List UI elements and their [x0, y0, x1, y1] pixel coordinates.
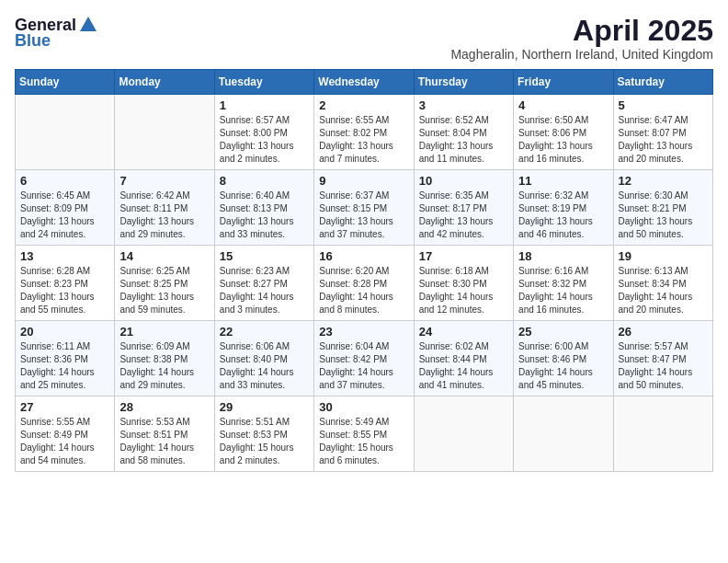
- day-info: Sunrise: 6:02 AM Sunset: 8:44 PM Dayligh…: [419, 340, 508, 392]
- day-info: Sunrise: 6:50 AM Sunset: 8:06 PM Dayligh…: [518, 114, 608, 166]
- header-sunday: Sunday: [16, 70, 115, 95]
- calendar-cell: 24Sunrise: 6:02 AM Sunset: 8:44 PM Dayli…: [414, 321, 513, 396]
- day-number: 6: [20, 174, 109, 188]
- calendar-cell: [613, 396, 712, 472]
- calendar-cell: 27Sunrise: 5:55 AM Sunset: 8:49 PM Dayli…: [16, 396, 115, 472]
- day-info: Sunrise: 6:11 AM Sunset: 8:36 PM Dayligh…: [20, 340, 109, 392]
- calendar-cell: 4Sunrise: 6:50 AM Sunset: 8:06 PM Daylig…: [514, 95, 613, 170]
- day-info: Sunrise: 6:18 AM Sunset: 8:30 PM Dayligh…: [419, 265, 508, 316]
- day-number: 3: [419, 98, 508, 112]
- calendar-cell: 10Sunrise: 6:35 AM Sunset: 8:17 PM Dayli…: [414, 170, 513, 246]
- svg-marker-0: [80, 17, 97, 31]
- day-info: Sunrise: 6:35 AM Sunset: 8:17 PM Dayligh…: [419, 190, 508, 241]
- calendar-cell: 26Sunrise: 5:57 AM Sunset: 8:47 PM Dayli…: [613, 321, 712, 396]
- calendar-cell: 3Sunrise: 6:52 AM Sunset: 8:04 PM Daylig…: [414, 95, 513, 170]
- logo-blue: Blue: [15, 31, 51, 51]
- calendar-cell: 30Sunrise: 5:49 AM Sunset: 8:55 PM Dayli…: [314, 396, 414, 472]
- day-number: 19: [619, 249, 708, 263]
- header-wednesday: Wednesday: [314, 70, 414, 95]
- calendar-header-row: SundayMondayTuesdayWednesdayThursdayFrid…: [16, 70, 713, 95]
- calendar-cell: [514, 396, 613, 472]
- day-number: 13: [20, 249, 109, 263]
- day-number: 26: [619, 325, 708, 339]
- calendar-cell: 11Sunrise: 6:32 AM Sunset: 8:19 PM Dayli…: [514, 170, 613, 246]
- day-info: Sunrise: 6:16 AM Sunset: 8:32 PM Dayligh…: [518, 265, 608, 316]
- calendar-cell: 7Sunrise: 6:42 AM Sunset: 8:11 PM Daylig…: [115, 170, 214, 246]
- logo-icon: [78, 15, 98, 35]
- day-number: 17: [419, 249, 508, 263]
- calendar-cell: 23Sunrise: 6:04 AM Sunset: 8:42 PM Dayli…: [314, 321, 414, 396]
- day-info: Sunrise: 5:49 AM Sunset: 8:55 PM Dayligh…: [319, 416, 408, 467]
- calendar-cell: 16Sunrise: 6:20 AM Sunset: 8:28 PM Dayli…: [314, 246, 414, 321]
- day-info: Sunrise: 6:04 AM Sunset: 8:42 PM Dayligh…: [319, 340, 408, 392]
- calendar-cell: 6Sunrise: 6:45 AM Sunset: 8:09 PM Daylig…: [16, 170, 115, 246]
- day-number: 5: [619, 98, 708, 112]
- calendar-cell: 22Sunrise: 6:06 AM Sunset: 8:40 PM Dayli…: [214, 321, 313, 396]
- day-info: Sunrise: 6:20 AM Sunset: 8:28 PM Dayligh…: [319, 265, 408, 316]
- day-info: Sunrise: 5:55 AM Sunset: 8:49 PM Dayligh…: [20, 416, 109, 467]
- day-info: Sunrise: 6:42 AM Sunset: 8:11 PM Dayligh…: [119, 190, 209, 241]
- day-number: 10: [419, 174, 508, 188]
- day-info: Sunrise: 5:51 AM Sunset: 8:53 PM Dayligh…: [220, 416, 309, 467]
- calendar-week-5: 27Sunrise: 5:55 AM Sunset: 8:49 PM Dayli…: [16, 396, 713, 472]
- day-info: Sunrise: 6:13 AM Sunset: 8:34 PM Dayligh…: [619, 265, 708, 316]
- day-number: 7: [119, 174, 209, 188]
- day-info: Sunrise: 6:55 AM Sunset: 8:02 PM Dayligh…: [319, 114, 408, 166]
- day-info: Sunrise: 6:09 AM Sunset: 8:38 PM Dayligh…: [119, 340, 209, 392]
- day-info: Sunrise: 6:37 AM Sunset: 8:15 PM Dayligh…: [319, 190, 408, 241]
- calendar-cell: 25Sunrise: 6:00 AM Sunset: 8:46 PM Dayli…: [514, 321, 613, 396]
- day-number: 20: [20, 325, 109, 339]
- day-info: Sunrise: 6:23 AM Sunset: 8:27 PM Dayligh…: [220, 265, 309, 316]
- day-number: 14: [119, 249, 209, 263]
- day-number: 9: [319, 174, 408, 188]
- day-number: 12: [619, 174, 708, 188]
- day-info: Sunrise: 6:06 AM Sunset: 8:40 PM Dayligh…: [220, 340, 309, 392]
- day-number: 16: [319, 249, 408, 263]
- calendar-cell: [16, 95, 115, 170]
- day-number: 21: [119, 325, 209, 339]
- calendar-cell: 29Sunrise: 5:51 AM Sunset: 8:53 PM Dayli…: [214, 396, 313, 472]
- day-number: 2: [319, 98, 408, 112]
- header-monday: Monday: [115, 70, 214, 95]
- day-number: 18: [518, 249, 608, 263]
- calendar-cell: 13Sunrise: 6:28 AM Sunset: 8:23 PM Dayli…: [16, 246, 115, 321]
- calendar-cell: 8Sunrise: 6:40 AM Sunset: 8:13 PM Daylig…: [214, 170, 313, 246]
- day-number: 28: [119, 400, 209, 414]
- calendar-cell: 9Sunrise: 6:37 AM Sunset: 8:15 PM Daylig…: [314, 170, 414, 246]
- day-info: Sunrise: 6:40 AM Sunset: 8:13 PM Dayligh…: [220, 190, 309, 241]
- day-number: 11: [518, 174, 608, 188]
- calendar-cell: 18Sunrise: 6:16 AM Sunset: 8:32 PM Dayli…: [514, 246, 613, 321]
- month-title: April 2025: [450, 15, 713, 47]
- day-info: Sunrise: 6:32 AM Sunset: 8:19 PM Dayligh…: [518, 190, 608, 241]
- calendar-cell: 28Sunrise: 5:53 AM Sunset: 8:51 PM Dayli…: [115, 396, 214, 472]
- day-number: 8: [220, 174, 309, 188]
- day-info: Sunrise: 6:30 AM Sunset: 8:21 PM Dayligh…: [619, 190, 708, 241]
- day-info: Sunrise: 6:57 AM Sunset: 8:00 PM Dayligh…: [220, 114, 309, 166]
- day-number: 27: [20, 400, 109, 414]
- calendar-cell: 5Sunrise: 6:47 AM Sunset: 8:07 PM Daylig…: [613, 95, 712, 170]
- calendar-cell: 12Sunrise: 6:30 AM Sunset: 8:21 PM Dayli…: [613, 170, 712, 246]
- day-number: 29: [220, 400, 309, 414]
- calendar-cell: 19Sunrise: 6:13 AM Sunset: 8:34 PM Dayli…: [613, 246, 712, 321]
- header-thursday: Thursday: [414, 70, 513, 95]
- calendar-week-2: 6Sunrise: 6:45 AM Sunset: 8:09 PM Daylig…: [16, 170, 713, 246]
- logo: General Blue: [15, 15, 98, 51]
- day-number: 25: [518, 325, 608, 339]
- header-friday: Friday: [514, 70, 613, 95]
- calendar-week-1: 1Sunrise: 6:57 AM Sunset: 8:00 PM Daylig…: [16, 95, 713, 170]
- calendar-week-4: 20Sunrise: 6:11 AM Sunset: 8:36 PM Dayli…: [16, 321, 713, 396]
- title-block: April 2025 Magheralin, Northern Ireland,…: [450, 15, 713, 62]
- day-info: Sunrise: 6:25 AM Sunset: 8:25 PM Dayligh…: [119, 265, 209, 316]
- day-info: Sunrise: 6:52 AM Sunset: 8:04 PM Dayligh…: [419, 114, 508, 166]
- calendar-cell: 14Sunrise: 6:25 AM Sunset: 8:25 PM Dayli…: [115, 246, 214, 321]
- day-number: 22: [220, 325, 309, 339]
- calendar-cell: 17Sunrise: 6:18 AM Sunset: 8:30 PM Dayli…: [414, 246, 513, 321]
- calendar-table: SundayMondayTuesdayWednesdayThursdayFrid…: [15, 69, 713, 472]
- day-info: Sunrise: 5:57 AM Sunset: 8:47 PM Dayligh…: [619, 340, 708, 392]
- calendar-cell: 20Sunrise: 6:11 AM Sunset: 8:36 PM Dayli…: [16, 321, 115, 396]
- day-number: 4: [518, 98, 608, 112]
- calendar-week-3: 13Sunrise: 6:28 AM Sunset: 8:23 PM Dayli…: [16, 246, 713, 321]
- calendar-cell: [115, 95, 214, 170]
- day-info: Sunrise: 6:28 AM Sunset: 8:23 PM Dayligh…: [20, 265, 109, 316]
- location-subtitle: Magheralin, Northern Ireland, United Kin…: [450, 47, 713, 62]
